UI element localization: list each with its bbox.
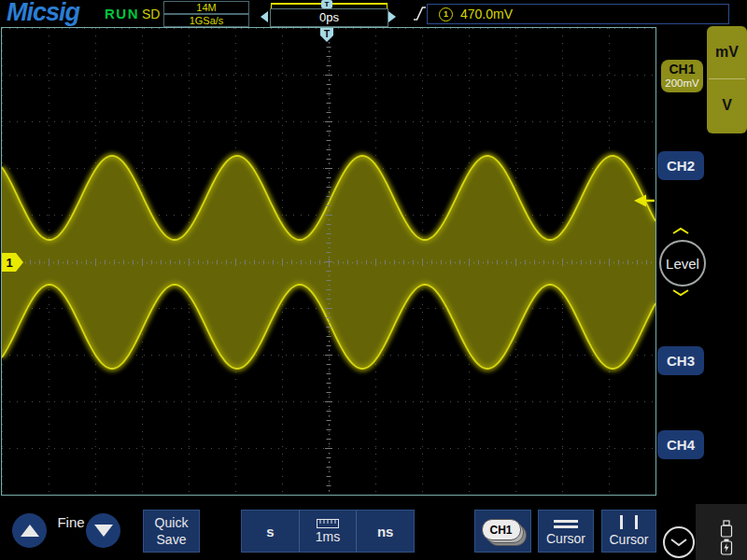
channel4-button[interactable]: CH4 (657, 430, 704, 459)
ruler-icon (317, 519, 339, 528)
pan-right-icon[interactable] (388, 11, 396, 22)
trigger-position-flag[interactable]: T (320, 28, 333, 42)
timebase-seconds-button[interactable]: s (242, 511, 299, 552)
quick-save-button[interactable]: Quick Save (143, 510, 200, 553)
channel3-button[interactable]: CH3 (657, 346, 704, 375)
channel-select-card-icon: CH1 (482, 519, 521, 540)
status-corner-panel: 15:17 (696, 504, 747, 560)
adjust-down-button[interactable] (86, 513, 120, 548)
channel2-button[interactable]: CH2 (657, 151, 704, 180)
trigger-source-icon: 1 (439, 7, 453, 21)
level-up-chevron-icon[interactable] (671, 227, 690, 235)
vertical-cursor-icon (620, 515, 638, 529)
usb-icon (720, 520, 733, 539)
cursor-vertical-button[interactable]: Cursor (601, 510, 656, 553)
trigger-level-value: 470.0mV (460, 7, 513, 21)
cursor-vertical-label: Cursor (609, 532, 648, 547)
brand-logo: Micsig (7, 0, 79, 27)
sd-card-indicator: SD (142, 7, 160, 21)
channel1-scale-value: 200mV (665, 77, 698, 90)
memory-depth-box[interactable]: 14M (163, 1, 249, 14)
fine-adjust-label: Fine (54, 514, 88, 530)
run-status[interactable]: RUN (105, 6, 139, 21)
battery-charging-icon (720, 539, 733, 556)
timebase-panel: s 1ms ns (241, 510, 415, 553)
memory-window-trigger-tag[interactable]: T (321, 0, 332, 8)
timebase-value: 1ms (316, 529, 340, 544)
unit-v-button[interactable]: V (707, 79, 747, 132)
cursor-horizontal-label: Cursor (546, 531, 585, 546)
horizontal-cursor-icon (554, 517, 578, 528)
timebase-nanoseconds-button[interactable]: ns (356, 511, 414, 552)
channel1-button[interactable]: CH1 200mV (661, 60, 703, 92)
down-triangle-icon (94, 525, 113, 537)
bottom-toolbar: Fine Quick Save s 1ms ns (0, 504, 747, 560)
vertical-unit-panel: mV V (707, 26, 747, 133)
collapse-menu-button[interactable] (663, 526, 695, 558)
waveform-display[interactable]: T 1 (1, 27, 656, 496)
timebase-value-button[interactable]: 1ms (299, 511, 357, 552)
up-triangle-icon (21, 525, 39, 537)
scope-svg: T 1 (2, 28, 655, 495)
trigger-level-knob[interactable]: Level (659, 240, 706, 287)
chevron-down-icon (669, 538, 688, 547)
trigger-slope-rising-icon[interactable] (413, 5, 427, 22)
horizontal-position-box[interactable]: 0ps (270, 8, 388, 27)
pan-left-icon[interactable] (261, 11, 268, 22)
unit-mv-button[interactable]: mV (707, 26, 747, 78)
channel1-button-label: CH1 (669, 63, 695, 77)
channel-select-button[interactable]: CH1 (474, 510, 531, 553)
trigger-position-flag-label: T (324, 29, 330, 39)
adjust-up-button[interactable] (12, 513, 47, 548)
channel1-ground-marker-label: 1 (6, 256, 12, 270)
level-down-chevron-icon[interactable] (671, 288, 690, 297)
sample-rate-box[interactable]: 1GSa/s (163, 14, 249, 27)
trigger-settings-box[interactable]: 1 470.0mV (427, 4, 729, 24)
cursor-horizontal-button[interactable]: Cursor (538, 510, 594, 553)
oscilloscope-screen: Micsig RUN SD 14M 1GSa/s T 0ps 1 470.0mV… (0, 0, 747, 560)
